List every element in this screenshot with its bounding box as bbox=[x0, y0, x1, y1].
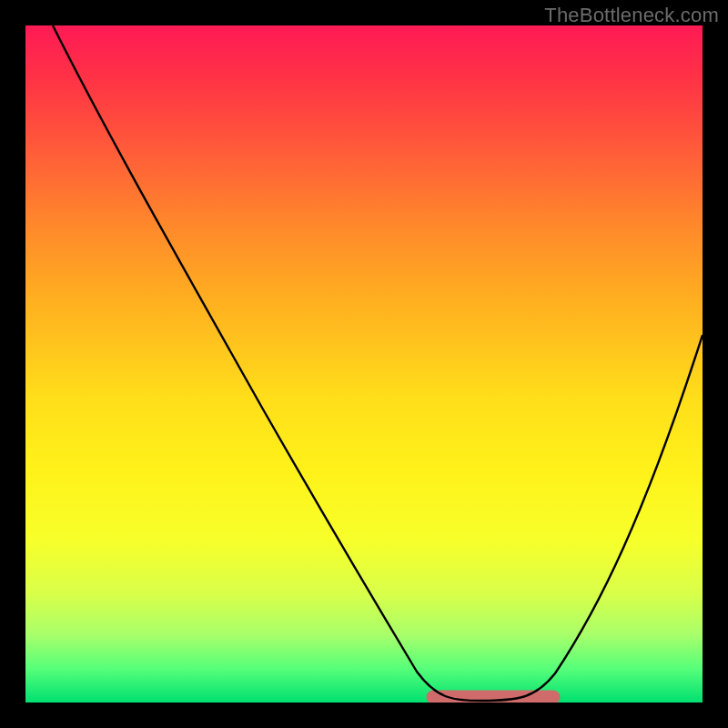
chart-frame: TheBottleneck.com bbox=[0, 0, 728, 728]
watermark-text: TheBottleneck.com bbox=[544, 4, 719, 27]
curve-layer bbox=[25, 25, 703, 703]
plot-area bbox=[25, 25, 703, 703]
bottleneck-curve bbox=[53, 25, 703, 701]
